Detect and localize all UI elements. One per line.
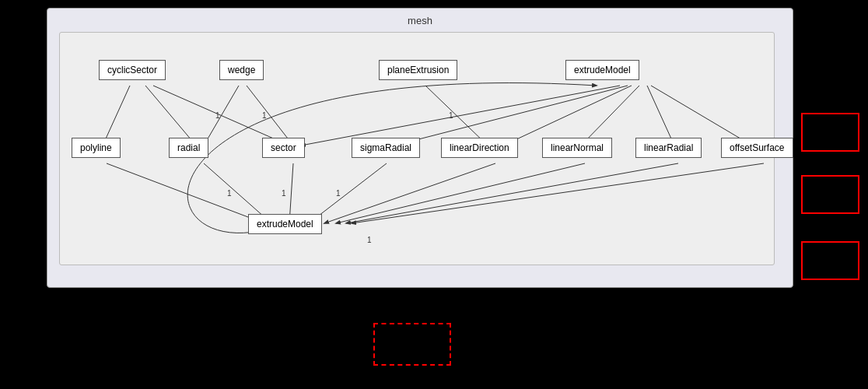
mesh-title: mesh [47, 9, 793, 26]
svg-line-23 [346, 163, 678, 223]
svg-line-9 [394, 86, 628, 145]
node-cyclicSector: cyclicSector [99, 60, 166, 80]
svg-line-21 [324, 163, 495, 223]
svg-line-22 [336, 163, 585, 223]
svg-line-7 [145, 86, 196, 145]
node-planeExtrusion: planeExtrusion [379, 60, 457, 80]
svg-line-6 [103, 86, 130, 145]
node-polyline: polyline [72, 138, 121, 158]
inner-container: 1 1 1 1 1 [59, 32, 775, 265]
node-sector: sector [262, 138, 305, 158]
node-extrudeModelBottom: extrudeModel [248, 214, 322, 234]
svg-line-4 [425, 86, 488, 145]
red-box-lower[interactable] [801, 241, 859, 280]
svg-line-10 [503, 86, 632, 145]
svg-line-12 [647, 86, 674, 145]
node-linearRadial: linearRadial [635, 138, 702, 158]
svg-text:1: 1 [227, 189, 232, 198]
node-offsetSurface: offsetSurface [721, 138, 793, 158]
svg-line-2 [204, 86, 239, 145]
svg-text:1: 1 [262, 111, 267, 120]
node-sigmaRadial: sigmaRadial [352, 138, 420, 158]
svg-line-25 [107, 163, 264, 223]
red-box-top[interactable] [801, 113, 859, 152]
node-radial: radial [169, 138, 208, 158]
svg-text:1: 1 [215, 111, 220, 120]
svg-text:1: 1 [282, 189, 286, 198]
svg-line-14 [301, 86, 620, 145]
svg-text:1: 1 [367, 236, 372, 244]
svg-text:1: 1 [336, 189, 341, 198]
svg-text:1: 1 [449, 111, 453, 120]
svg-line-8 [153, 86, 289, 145]
red-dashed-box[interactable] [373, 323, 451, 366]
node-linearDirection: linearDirection [441, 138, 518, 158]
svg-line-0 [247, 86, 293, 145]
node-extrudeModelTop: extrudeModel [565, 60, 639, 80]
node-wedge: wedge [219, 60, 264, 80]
svg-line-13 [651, 86, 752, 145]
diagram-area: mesh 1 1 1 [47, 8, 793, 288]
node-linearNormal: linearNormal [542, 138, 612, 158]
svg-line-24 [352, 163, 764, 223]
red-box-middle[interactable] [801, 175, 859, 214]
svg-line-11 [581, 86, 639, 145]
